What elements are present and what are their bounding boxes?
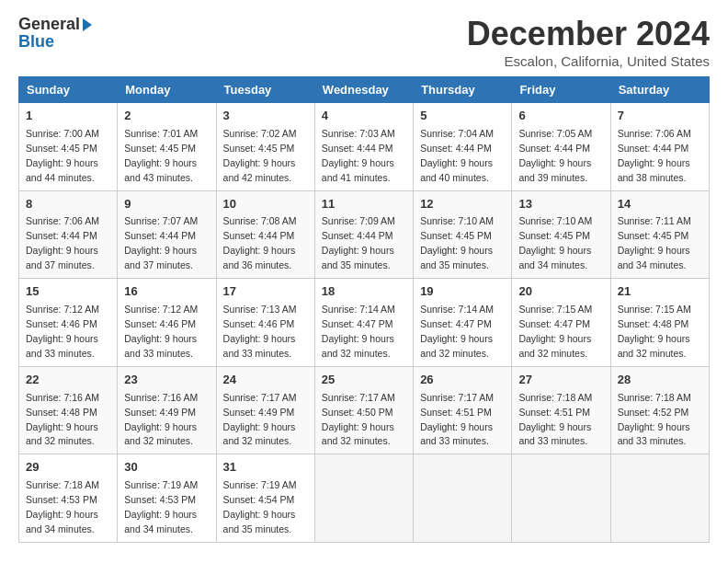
day-info: Sunrise: 7:17 AMSunset: 4:49 PMDaylight:… — [223, 392, 297, 447]
calendar-cell: 24Sunrise: 7:17 AMSunset: 4:49 PMDayligh… — [216, 366, 314, 454]
day-info: Sunrise: 7:16 AMSunset: 4:48 PMDaylight:… — [26, 392, 99, 447]
day-number: 17 — [223, 283, 308, 301]
day-number: 13 — [518, 196, 603, 213]
day-info: Sunrise: 7:02 AMSunset: 4:45 PMDaylight:… — [223, 128, 297, 183]
day-info: Sunrise: 7:17 AMSunset: 4:50 PMDaylight:… — [322, 392, 395, 447]
day-number: 15 — [26, 283, 110, 301]
day-number: 6 — [518, 108, 603, 125]
calendar-header-friday: Friday — [512, 77, 610, 103]
day-number: 16 — [124, 283, 209, 301]
day-number: 10 — [223, 196, 308, 213]
calendar-cell — [314, 454, 413, 543]
calendar-cell: 28Sunrise: 7:18 AMSunset: 4:52 PMDayligh… — [610, 366, 709, 454]
day-info: Sunrise: 7:08 AMSunset: 4:44 PMDaylight:… — [223, 215, 297, 270]
calendar-cell: 27Sunrise: 7:18 AMSunset: 4:51 PMDayligh… — [512, 366, 610, 454]
calendar-header-row: SundayMondayTuesdayWednesdayThursdayFrid… — [19, 77, 710, 103]
day-info: Sunrise: 7:11 AMSunset: 4:45 PMDaylight:… — [618, 215, 691, 270]
calendar-cell: 15Sunrise: 7:12 AMSunset: 4:46 PMDayligh… — [19, 279, 118, 367]
day-number: 20 — [518, 283, 603, 301]
day-info: Sunrise: 7:00 AMSunset: 4:45 PMDaylight:… — [26, 128, 99, 183]
day-number: 5 — [420, 108, 505, 125]
day-number: 26 — [420, 372, 505, 389]
calendar-cell: 29Sunrise: 7:18 AMSunset: 4:53 PMDayligh… — [19, 454, 118, 543]
calendar-cell: 21Sunrise: 7:15 AMSunset: 4:48 PMDayligh… — [610, 279, 709, 367]
logo-arrow-icon — [83, 18, 92, 31]
day-number: 25 — [322, 372, 406, 389]
calendar-week-row: 8Sunrise: 7:06 AMSunset: 4:44 PMDaylight… — [19, 190, 710, 279]
day-info: Sunrise: 7:19 AMSunset: 4:53 PMDaylight:… — [124, 479, 198, 534]
calendar-cell: 31Sunrise: 7:19 AMSunset: 4:54 PMDayligh… — [216, 454, 314, 543]
day-number: 24 — [223, 372, 308, 389]
calendar-cell: 12Sunrise: 7:10 AMSunset: 4:45 PMDayligh… — [414, 190, 512, 279]
calendar-cell: 19Sunrise: 7:14 AMSunset: 4:47 PMDayligh… — [414, 279, 512, 367]
title-block: December 2024 Escalon, California, Unite… — [467, 15, 710, 69]
calendar-table: SundayMondayTuesdayWednesdayThursdayFrid… — [18, 76, 710, 543]
day-info: Sunrise: 7:06 AMSunset: 4:44 PMDaylight:… — [26, 215, 99, 270]
day-info: Sunrise: 7:18 AMSunset: 4:51 PMDaylight:… — [518, 392, 592, 447]
day-info: Sunrise: 7:04 AMSunset: 4:44 PMDaylight:… — [420, 128, 494, 183]
calendar-cell: 17Sunrise: 7:13 AMSunset: 4:46 PMDayligh… — [216, 279, 314, 367]
day-info: Sunrise: 7:16 AMSunset: 4:49 PMDaylight:… — [124, 392, 198, 447]
calendar-cell: 1Sunrise: 7:00 AMSunset: 4:45 PMDaylight… — [19, 103, 118, 191]
calendar-cell: 5Sunrise: 7:04 AMSunset: 4:44 PMDaylight… — [414, 103, 512, 191]
day-info: Sunrise: 7:12 AMSunset: 4:46 PMDaylight:… — [124, 304, 198, 359]
calendar-cell: 20Sunrise: 7:15 AMSunset: 4:47 PMDayligh… — [512, 279, 610, 367]
day-info: Sunrise: 7:15 AMSunset: 4:48 PMDaylight:… — [618, 304, 691, 359]
calendar-cell: 13Sunrise: 7:10 AMSunset: 4:45 PMDayligh… — [512, 190, 610, 279]
day-number: 8 — [26, 196, 110, 213]
calendar-header-wednesday: Wednesday — [314, 77, 413, 103]
day-number: 12 — [420, 196, 505, 213]
calendar-cell: 8Sunrise: 7:06 AMSunset: 4:44 PMDaylight… — [19, 190, 118, 279]
calendar-header-monday: Monday — [118, 77, 216, 103]
day-info: Sunrise: 7:07 AMSunset: 4:44 PMDaylight:… — [124, 215, 198, 270]
day-number: 21 — [618, 283, 702, 301]
day-number: 11 — [322, 196, 406, 213]
calendar-cell: 3Sunrise: 7:02 AMSunset: 4:45 PMDaylight… — [216, 103, 314, 191]
day-number: 19 — [420, 283, 505, 301]
calendar-cell: 25Sunrise: 7:17 AMSunset: 4:50 PMDayligh… — [314, 366, 413, 454]
calendar-header-saturday: Saturday — [610, 77, 709, 103]
calendar-cell: 16Sunrise: 7:12 AMSunset: 4:46 PMDayligh… — [118, 279, 216, 367]
day-number: 3 — [223, 108, 308, 125]
calendar-cell: 2Sunrise: 7:01 AMSunset: 4:45 PMDaylight… — [118, 103, 216, 191]
day-number: 1 — [26, 108, 110, 125]
day-number: 7 — [618, 108, 702, 125]
day-info: Sunrise: 7:15 AMSunset: 4:47 PMDaylight:… — [518, 304, 592, 359]
calendar-week-row: 22Sunrise: 7:16 AMSunset: 4:48 PMDayligh… — [19, 366, 710, 454]
day-number: 18 — [322, 283, 406, 301]
calendar-cell: 22Sunrise: 7:16 AMSunset: 4:48 PMDayligh… — [19, 366, 118, 454]
day-number: 2 — [124, 108, 209, 125]
calendar-week-row: 1Sunrise: 7:00 AMSunset: 4:45 PMDaylight… — [19, 103, 710, 191]
calendar-cell: 6Sunrise: 7:05 AMSunset: 4:44 PMDaylight… — [512, 103, 610, 191]
calendar-week-row: 15Sunrise: 7:12 AMSunset: 4:46 PMDayligh… — [19, 279, 710, 367]
calendar-week-row: 29Sunrise: 7:18 AMSunset: 4:53 PMDayligh… — [19, 454, 710, 543]
day-info: Sunrise: 7:05 AMSunset: 4:44 PMDaylight:… — [518, 128, 592, 183]
day-info: Sunrise: 7:06 AMSunset: 4:44 PMDaylight:… — [618, 128, 691, 183]
day-info: Sunrise: 7:19 AMSunset: 4:54 PMDaylight:… — [223, 479, 297, 534]
calendar-cell: 30Sunrise: 7:19 AMSunset: 4:53 PMDayligh… — [118, 454, 216, 543]
day-number: 29 — [26, 459, 110, 477]
day-number: 28 — [618, 372, 702, 389]
calendar-cell — [414, 454, 512, 543]
calendar-cell: 14Sunrise: 7:11 AMSunset: 4:45 PMDayligh… — [610, 190, 709, 279]
day-info: Sunrise: 7:18 AMSunset: 4:52 PMDaylight:… — [618, 392, 691, 447]
day-info: Sunrise: 7:01 AMSunset: 4:45 PMDaylight:… — [124, 128, 198, 183]
day-number: 27 — [518, 372, 603, 389]
calendar-cell: 10Sunrise: 7:08 AMSunset: 4:44 PMDayligh… — [216, 190, 314, 279]
calendar-cell: 23Sunrise: 7:16 AMSunset: 4:49 PMDayligh… — [118, 366, 216, 454]
calendar-cell: 26Sunrise: 7:17 AMSunset: 4:51 PMDayligh… — [414, 366, 512, 454]
day-info: Sunrise: 7:12 AMSunset: 4:46 PMDaylight:… — [26, 304, 99, 359]
day-info: Sunrise: 7:14 AMSunset: 4:47 PMDaylight:… — [322, 304, 395, 359]
calendar-cell — [512, 454, 610, 543]
day-info: Sunrise: 7:09 AMSunset: 4:44 PMDaylight:… — [322, 215, 395, 270]
calendar-header-thursday: Thursday — [414, 77, 512, 103]
calendar-cell — [610, 454, 709, 543]
day-info: Sunrise: 7:17 AMSunset: 4:51 PMDaylight:… — [420, 392, 494, 447]
day-number: 14 — [618, 196, 702, 213]
calendar-header-sunday: Sunday — [19, 77, 118, 103]
day-number: 31 — [223, 459, 308, 477]
day-info: Sunrise: 7:18 AMSunset: 4:53 PMDaylight:… — [26, 479, 99, 534]
day-number: 23 — [124, 372, 209, 389]
calendar-cell: 18Sunrise: 7:14 AMSunset: 4:47 PMDayligh… — [314, 279, 413, 367]
day-info: Sunrise: 7:10 AMSunset: 4:45 PMDaylight:… — [518, 215, 592, 270]
